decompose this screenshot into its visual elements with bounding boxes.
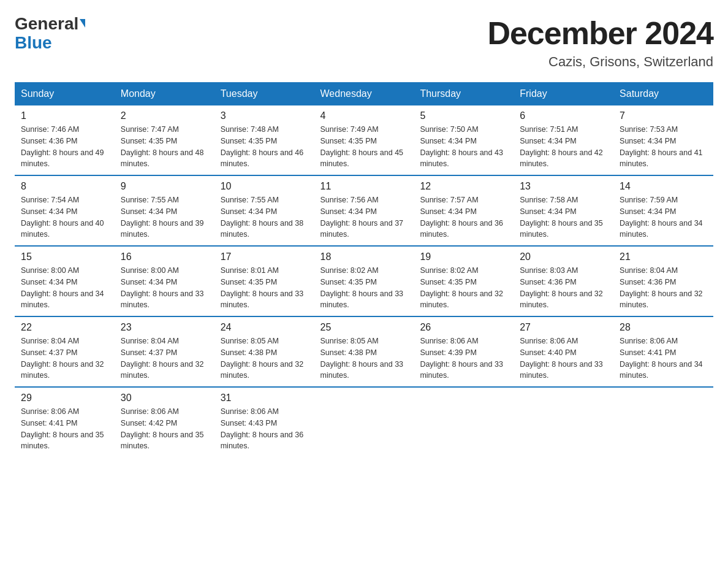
day-info: Sunrise: 8:04 AMSunset: 4:36 PMDaylight:… [620, 266, 703, 309]
day-number: 12 [420, 181, 507, 192]
day-number: 14 [620, 181, 707, 192]
calendar-cell: 16 Sunrise: 8:00 AMSunset: 4:34 PMDaylig… [115, 246, 214, 316]
day-number: 16 [121, 251, 208, 262]
day-info: Sunrise: 7:53 AMSunset: 4:34 PMDaylight:… [620, 125, 703, 168]
day-number: 28 [620, 322, 707, 333]
day-info: Sunrise: 7:48 AMSunset: 4:35 PMDaylight:… [221, 125, 304, 168]
calendar-cell: 31 Sunrise: 8:06 AMSunset: 4:43 PMDaylig… [214, 387, 314, 457]
calendar-cell: 2 Sunrise: 7:47 AMSunset: 4:35 PMDayligh… [115, 105, 214, 175]
day-number: 9 [121, 181, 208, 192]
calendar-body: 1 Sunrise: 7:46 AMSunset: 4:36 PMDayligh… [15, 105, 713, 457]
calendar-cell: 30 Sunrise: 8:06 AMSunset: 4:42 PMDaylig… [115, 387, 214, 457]
day-info: Sunrise: 7:56 AMSunset: 4:34 PMDaylight:… [320, 196, 404, 239]
week-row-4: 22 Sunrise: 8:04 AMSunset: 4:37 PMDaylig… [15, 316, 713, 387]
day-info: Sunrise: 8:06 AMSunset: 4:42 PMDaylight:… [121, 407, 204, 450]
day-info: Sunrise: 8:06 AMSunset: 4:39 PMDaylight:… [420, 337, 503, 380]
month-year-title: December 2024 [487, 15, 713, 52]
calendar-cell: 3 Sunrise: 7:48 AMSunset: 4:35 PMDayligh… [214, 105, 314, 175]
day-info: Sunrise: 8:02 AMSunset: 4:35 PMDaylight:… [320, 266, 404, 309]
calendar-cell: 10 Sunrise: 7:55 AMSunset: 4:34 PMDaylig… [214, 175, 314, 246]
calendar-table: SundayMondayTuesdayWednesdayThursdayFrid… [15, 82, 713, 457]
calendar-cell: 7 Sunrise: 7:53 AMSunset: 4:34 PMDayligh… [613, 105, 713, 175]
header-day-friday: Friday [514, 82, 613, 105]
day-number: 21 [620, 251, 707, 262]
day-info: Sunrise: 8:00 AMSunset: 4:34 PMDaylight:… [121, 266, 204, 309]
day-number: 22 [21, 322, 108, 333]
day-info: Sunrise: 7:51 AMSunset: 4:34 PMDaylight:… [520, 125, 603, 168]
location-text: Cazis, Grisons, Switzerland [487, 54, 713, 70]
day-info: Sunrise: 7:57 AMSunset: 4:34 PMDaylight:… [420, 196, 503, 239]
header-day-wednesday: Wednesday [314, 82, 414, 105]
day-number: 19 [420, 251, 507, 262]
day-number: 2 [121, 110, 208, 121]
calendar-cell: 27 Sunrise: 8:06 AMSunset: 4:40 PMDaylig… [514, 316, 613, 387]
calendar-cell: 17 Sunrise: 8:01 AMSunset: 4:35 PMDaylig… [214, 246, 314, 316]
calendar-cell: 4 Sunrise: 7:49 AMSunset: 4:35 PMDayligh… [314, 105, 414, 175]
calendar-cell: 12 Sunrise: 7:57 AMSunset: 4:34 PMDaylig… [414, 175, 514, 246]
header-day-monday: Monday [115, 82, 214, 105]
day-number: 1 [21, 110, 108, 121]
calendar-cell: 26 Sunrise: 8:06 AMSunset: 4:39 PMDaylig… [414, 316, 514, 387]
calendar-cell: 5 Sunrise: 7:50 AMSunset: 4:34 PMDayligh… [414, 105, 514, 175]
day-info: Sunrise: 8:06 AMSunset: 4:41 PMDaylight:… [21, 407, 104, 450]
calendar-cell: 8 Sunrise: 7:54 AMSunset: 4:34 PMDayligh… [15, 175, 115, 246]
day-info: Sunrise: 7:59 AMSunset: 4:34 PMDaylight:… [620, 196, 703, 239]
day-number: 8 [21, 181, 108, 192]
day-info: Sunrise: 8:00 AMSunset: 4:34 PMDaylight:… [21, 266, 104, 309]
day-number: 7 [620, 110, 707, 121]
day-number: 30 [121, 393, 208, 404]
day-info: Sunrise: 7:47 AMSunset: 4:35 PMDaylight:… [121, 125, 204, 168]
calendar-cell: 14 Sunrise: 7:59 AMSunset: 4:34 PMDaylig… [613, 175, 713, 246]
day-number: 18 [320, 251, 408, 262]
calendar-cell [414, 387, 514, 457]
calendar-cell: 19 Sunrise: 8:02 AMSunset: 4:35 PMDaylig… [414, 246, 514, 316]
day-number: 15 [21, 251, 108, 262]
calendar-cell [613, 387, 713, 457]
day-number: 13 [520, 181, 607, 192]
day-info: Sunrise: 8:05 AMSunset: 4:38 PMDaylight:… [320, 337, 404, 380]
day-info: Sunrise: 7:55 AMSunset: 4:34 PMDaylight:… [221, 196, 304, 239]
day-number: 17 [221, 251, 308, 262]
day-info: Sunrise: 7:50 AMSunset: 4:34 PMDaylight:… [420, 125, 503, 168]
day-number: 11 [320, 181, 408, 192]
day-info: Sunrise: 8:02 AMSunset: 4:35 PMDaylight:… [420, 266, 503, 309]
header-day-thursday: Thursday [414, 82, 514, 105]
day-number: 31 [221, 393, 308, 404]
calendar-cell [314, 387, 414, 457]
day-info: Sunrise: 8:05 AMSunset: 4:38 PMDaylight:… [221, 337, 304, 380]
day-number: 29 [21, 393, 108, 404]
day-number: 4 [320, 110, 408, 121]
calendar-cell: 9 Sunrise: 7:55 AMSunset: 4:34 PMDayligh… [115, 175, 214, 246]
week-row-5: 29 Sunrise: 8:06 AMSunset: 4:41 PMDaylig… [15, 387, 713, 457]
calendar-cell: 18 Sunrise: 8:02 AMSunset: 4:35 PMDaylig… [314, 246, 414, 316]
logo: General Blue [15, 15, 85, 53]
day-number: 10 [221, 181, 308, 192]
calendar-cell: 6 Sunrise: 7:51 AMSunset: 4:34 PMDayligh… [514, 105, 613, 175]
day-info: Sunrise: 8:06 AMSunset: 4:43 PMDaylight:… [221, 407, 304, 450]
logo-blue-text: Blue [15, 33, 52, 52]
day-info: Sunrise: 8:01 AMSunset: 4:35 PMDaylight:… [221, 266, 304, 309]
calendar-cell: 23 Sunrise: 8:04 AMSunset: 4:37 PMDaylig… [115, 316, 214, 387]
calendar-cell: 11 Sunrise: 7:56 AMSunset: 4:34 PMDaylig… [314, 175, 414, 246]
day-number: 27 [520, 322, 607, 333]
calendar-cell: 13 Sunrise: 7:58 AMSunset: 4:34 PMDaylig… [514, 175, 613, 246]
calendar-cell: 29 Sunrise: 8:06 AMSunset: 4:41 PMDaylig… [15, 387, 115, 457]
calendar-cell [514, 387, 613, 457]
day-info: Sunrise: 7:58 AMSunset: 4:34 PMDaylight:… [520, 196, 603, 239]
day-number: 26 [420, 322, 507, 333]
logo-general-text: General [15, 14, 78, 33]
header-day-tuesday: Tuesday [214, 82, 314, 105]
calendar-header: SundayMondayTuesdayWednesdayThursdayFrid… [15, 82, 713, 105]
day-number: 5 [420, 110, 507, 121]
day-number: 20 [520, 251, 607, 262]
calendar-cell: 24 Sunrise: 8:05 AMSunset: 4:38 PMDaylig… [214, 316, 314, 387]
calendar-cell: 25 Sunrise: 8:05 AMSunset: 4:38 PMDaylig… [314, 316, 414, 387]
day-info: Sunrise: 7:55 AMSunset: 4:34 PMDaylight:… [121, 196, 204, 239]
day-number: 6 [520, 110, 607, 121]
day-number: 3 [221, 110, 308, 121]
day-info: Sunrise: 8:06 AMSunset: 4:41 PMDaylight:… [620, 337, 703, 380]
day-info: Sunrise: 8:03 AMSunset: 4:36 PMDaylight:… [520, 266, 603, 309]
day-info: Sunrise: 8:04 AMSunset: 4:37 PMDaylight:… [121, 337, 204, 380]
week-row-3: 15 Sunrise: 8:00 AMSunset: 4:34 PMDaylig… [15, 246, 713, 316]
week-row-1: 1 Sunrise: 7:46 AMSunset: 4:36 PMDayligh… [15, 105, 713, 175]
